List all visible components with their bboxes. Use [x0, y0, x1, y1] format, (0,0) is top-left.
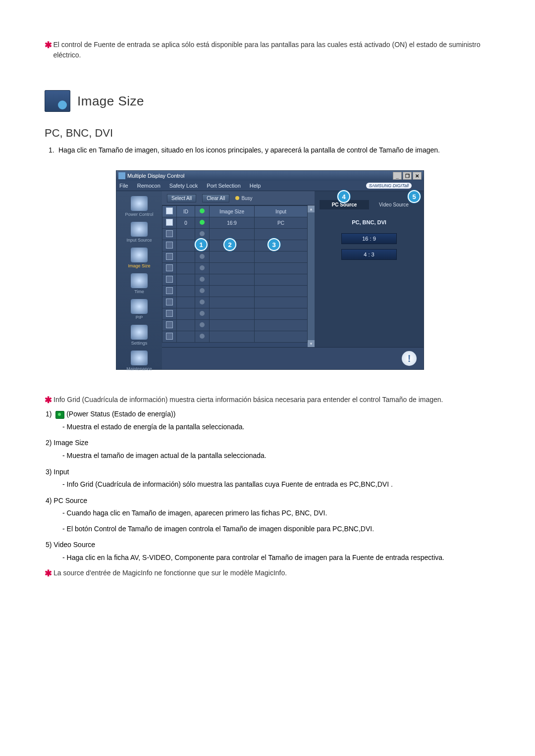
image-size-icon — [131, 248, 148, 262]
menu-safety-lock[interactable]: Safety Lock — [169, 183, 198, 189]
toolbar: Select All Clear All Busy — [162, 191, 315, 205]
time-icon — [131, 273, 148, 288]
header-checkbox[interactable] — [166, 207, 173, 214]
info-status-icon: ! — [402, 351, 417, 366]
cell-input — [255, 263, 308, 274]
row-checkbox[interactable] — [166, 310, 173, 317]
col-id[interactable]: ID — [177, 206, 195, 217]
desc-5-label: 5) Video Source — [46, 539, 495, 550]
callout-5: 5 — [408, 190, 421, 203]
cell-size — [210, 286, 255, 297]
table-row[interactable] — [162, 274, 308, 286]
row-checkbox[interactable] — [166, 242, 173, 249]
input-source-icon — [131, 222, 148, 237]
menu-port-selection[interactable]: Port Selection — [207, 183, 240, 189]
image-size-section-icon — [45, 90, 70, 112]
star-icon: ✱ — [45, 568, 54, 579]
table-row[interactable] — [162, 286, 308, 297]
menu-remocon[interactable]: Remocon — [137, 183, 160, 189]
menu-file[interactable]: File — [119, 183, 128, 189]
cell-id — [177, 274, 195, 286]
row-checkbox[interactable] — [166, 299, 173, 305]
table-row[interactable] — [162, 229, 308, 240]
sidebar-item-maintenance[interactable]: Maintenance — [116, 351, 162, 371]
desc-3-label: 3) Input — [46, 466, 495, 477]
star-icon: ✱ — [45, 395, 54, 405]
table-row[interactable] — [162, 320, 308, 331]
sidebar-item-settings[interactable]: Settings — [116, 325, 162, 346]
select-all-button[interactable]: Select All — [167, 194, 196, 202]
row-led-icon — [200, 220, 205, 225]
desc-info-grid: Info Grid (Cuadrícula de información) mu… — [54, 395, 443, 405]
row-checkbox[interactable] — [166, 276, 173, 283]
table-row[interactable] — [162, 297, 308, 308]
titlebar[interactable]: Multiple Display Control _ ❐ ✕ — [116, 171, 424, 181]
ratio-4-3-button[interactable]: 4 : 3 — [341, 249, 397, 260]
cell-id — [177, 308, 195, 320]
ratio-16-9-button[interactable]: 16 : 9 — [341, 233, 397, 244]
row-led-icon — [200, 265, 205, 270]
table-row[interactable] — [162, 252, 308, 263]
cell-id — [177, 240, 195, 252]
menu-help[interactable]: Help — [250, 183, 261, 189]
cell-size — [210, 320, 255, 331]
desc-2-sub: Muestra el tamaño de imagen actual de la… — [62, 451, 495, 461]
intro-note: El control de Fuente de entrada se aplic… — [53, 40, 495, 60]
cell-size — [210, 331, 255, 343]
scroll-thumb[interactable] — [308, 212, 315, 340]
cell-id: 0 — [177, 217, 195, 229]
brand-label: SAMSUNG DIGITall — [366, 183, 412, 189]
row-checkbox[interactable] — [166, 253, 173, 260]
row-checkbox[interactable] — [166, 333, 173, 340]
desc-1-sub: Muestra el estado de energía de la panta… — [62, 422, 495, 433]
header-led-icon — [200, 208, 205, 213]
col-input[interactable]: Input — [255, 206, 308, 217]
row-checkbox[interactable] — [166, 264, 173, 271]
row-led-icon — [200, 277, 205, 282]
sidebar-item-pip[interactable]: PIP — [116, 299, 162, 320]
cell-input — [255, 331, 308, 343]
desc-4-sub2: El botón Control de Tamaño de imagen con… — [62, 524, 495, 535]
desc-4-sub1: Cuando haga clic en Tamaño de imagen, ap… — [62, 508, 495, 519]
row-led-icon — [200, 254, 205, 259]
cell-input — [255, 252, 308, 263]
clear-all-button[interactable]: Clear All — [202, 194, 229, 202]
cell-id — [177, 252, 195, 263]
cell-size — [210, 297, 255, 308]
row-checkbox[interactable] — [166, 219, 173, 226]
ordered-num: 1. — [49, 145, 58, 155]
sidebar-item-input-source[interactable]: Input Source — [116, 222, 162, 243]
close-button[interactable]: ✕ — [413, 172, 422, 180]
table-row[interactable]: 016:9PC — [162, 217, 308, 229]
scroll-up-icon[interactable]: ▲ — [308, 205, 315, 212]
cell-id — [177, 286, 195, 297]
cell-input — [255, 286, 308, 297]
table-row[interactable] — [162, 308, 308, 320]
settings-icon — [131, 325, 148, 340]
row-checkbox[interactable] — [166, 287, 173, 294]
maximize-button[interactable]: ❐ — [403, 172, 412, 180]
grid-scrollbar[interactable]: ▲ ▼ — [308, 205, 315, 347]
table-row[interactable] — [162, 263, 308, 274]
busy-indicator: Busy — [235, 196, 252, 201]
cell-input — [255, 320, 308, 331]
col-image-size[interactable]: Image Size — [210, 206, 255, 217]
cell-id — [177, 229, 195, 240]
cell-id — [177, 263, 195, 274]
window-title: Multiple Display Control — [127, 173, 185, 179]
table-row[interactable] — [162, 331, 308, 343]
power-icon — [131, 196, 148, 211]
subtitle: PC, BNC, DVI — [45, 127, 495, 140]
scroll-down-icon[interactable]: ▼ — [308, 340, 315, 347]
row-checkbox[interactable] — [166, 321, 173, 328]
sidebar-item-power-control[interactable]: Power Control — [116, 196, 162, 217]
star-icon: ✱ — [45, 40, 53, 50]
cell-input — [255, 274, 308, 286]
row-checkbox[interactable] — [166, 230, 173, 237]
right-panel: 4 5 PC Source Video Source PC, BNC, DVI … — [315, 191, 424, 347]
sidebar-item-time[interactable]: Time — [116, 273, 162, 294]
minimize-button[interactable]: _ — [393, 172, 402, 180]
sidebar-item-image-size[interactable]: Image Size — [116, 248, 162, 268]
maintenance-icon — [131, 351, 148, 365]
app-icon — [118, 172, 125, 179]
